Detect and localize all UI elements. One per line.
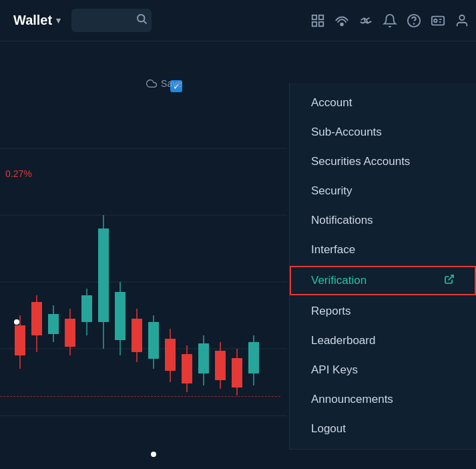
svg-rect-42 — [215, 351, 226, 380]
dropdown-menu: Account Sub-Accounts Securities Accounts… — [289, 83, 476, 450]
svg-point-8 — [414, 23, 415, 24]
wallet-label: Wallet — [13, 13, 52, 28]
notifications-label: Notifications — [311, 214, 373, 227]
id-card-icon[interactable] — [431, 13, 445, 28]
svg-rect-22 — [48, 314, 59, 334]
svg-rect-40 — [198, 343, 209, 373]
dropdown-item-account[interactable]: Account — [290, 88, 476, 118]
chevron-down-icon: ▾ — [56, 15, 61, 25]
dropdown-item-api-keys[interactable]: API Keys — [290, 355, 476, 385]
user-icon[interactable] — [455, 13, 469, 28]
svg-point-48 — [151, 452, 156, 457]
svg-rect-38 — [182, 354, 192, 383]
dropdown-item-leaderboard[interactable]: Leaderboard — [290, 326, 476, 355]
dropdown-item-interface[interactable]: Interface — [290, 235, 476, 265]
nav-icons-group — [310, 13, 469, 28]
interface-label: Interface — [311, 243, 355, 257]
broadcast-icon[interactable] — [334, 13, 349, 28]
svg-rect-32 — [132, 319, 142, 352]
announcements-label: Announcements — [311, 393, 393, 406]
svg-rect-44 — [232, 358, 242, 387]
svg-rect-5 — [319, 21, 323, 25]
account-label: Account — [311, 96, 352, 110]
sub-accounts-label: Sub-Accounts — [311, 126, 382, 139]
reports-label: Reports — [311, 305, 351, 318]
dropdown-item-reports[interactable]: Reports — [290, 297, 476, 326]
svg-rect-20 — [31, 302, 42, 335]
candlestick-chart — [0, 82, 287, 469]
svg-rect-2 — [312, 15, 316, 19]
svg-rect-3 — [319, 15, 323, 19]
svg-rect-24 — [65, 319, 75, 347]
securities-accounts-label: Securities Accounts — [311, 155, 410, 168]
security-label: Security — [311, 184, 352, 198]
search-box[interactable] — [71, 9, 152, 32]
svg-point-47 — [14, 319, 19, 325]
help-icon[interactable] — [407, 13, 421, 28]
dropdown-item-sub-accounts[interactable]: Sub-Accounts — [290, 118, 476, 147]
dropdown-item-securities-accounts[interactable]: Securities Accounts — [290, 147, 476, 176]
svg-rect-4 — [312, 21, 316, 25]
svg-rect-34 — [148, 322, 159, 359]
svg-point-10 — [434, 19, 437, 22]
svg-line-1 — [144, 21, 147, 23]
svg-rect-36 — [165, 339, 176, 371]
svg-rect-18 — [15, 325, 25, 355]
logout-label: Logout — [311, 422, 346, 436]
svg-rect-26 — [81, 295, 92, 322]
search-icon — [136, 13, 148, 28]
svg-rect-46 — [248, 342, 259, 373]
svg-point-11 — [459, 15, 464, 19]
svg-point-0 — [138, 15, 145, 22]
wallet-dropdown-button[interactable]: Wallet ▾ — [7, 9, 67, 32]
main-area: 0.27% ✓ Save — [0, 41, 476, 469]
svg-point-6 — [340, 23, 343, 25]
grid-icon[interactable] — [310, 13, 325, 28]
dropdown-item-security[interactable]: Security — [290, 176, 476, 206]
bell-icon[interactable] — [383, 13, 397, 28]
leaderboard-label: Leaderboard — [311, 334, 375, 347]
dropdown-item-logout[interactable]: Logout — [290, 414, 476, 444]
dropdown-item-announcements[interactable]: Announcements — [290, 385, 476, 414]
search-input[interactable] — [78, 15, 132, 26]
dropdown-item-verification[interactable]: Verification — [290, 266, 476, 295]
api-keys-label: API Keys — [311, 363, 358, 377]
svg-line-49 — [449, 275, 453, 280]
navbar: Wallet ▾ — [0, 0, 476, 41]
svg-rect-28 — [98, 228, 109, 322]
svg-rect-30 — [115, 292, 126, 340]
verification-label: Verification — [311, 274, 367, 287]
external-link-icon — [444, 274, 455, 287]
handshake-icon[interactable] — [359, 13, 373, 28]
dropdown-item-notifications[interactable]: Notifications — [290, 206, 476, 235]
